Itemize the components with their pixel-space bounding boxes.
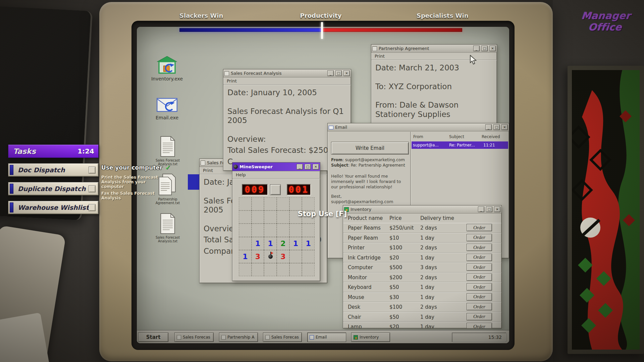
minimize-button[interactable]: _ [327, 70, 334, 76]
close-button[interactable]: ✕ [313, 164, 319, 170]
task-item-warehouse-wishlist[interactable]: Warehouse Wishlist [8, 201, 99, 214]
maximize-button[interactable]: □ [335, 70, 342, 76]
minesweeper-cell[interactable]: 1 [289, 237, 302, 250]
minesweeper-cell[interactable] [252, 263, 264, 276]
warehouse-icon [156, 55, 178, 74]
minesweeper-cell[interactable] [252, 197, 264, 210]
titlebar[interactable]: MineSweeper _ □ ✕ [232, 163, 320, 171]
minesweeper-cell[interactable]: 2 [277, 237, 289, 250]
taskbar-button-email[interactable]: Email [307, 333, 346, 342]
task-checkbox[interactable] [89, 185, 96, 192]
close-button[interactable]: ✕ [494, 206, 500, 212]
window-inventory[interactable]: Inventory _ □ ✕ Product name Price Deliv… [343, 205, 502, 328]
order-button[interactable]: Order [467, 293, 492, 301]
start-button[interactable]: Start [138, 333, 168, 342]
minesweeper-cell[interactable] [239, 197, 252, 210]
computer-screen[interactable]: Inventory.exe Email.exe Sales Forecast A… [137, 27, 509, 343]
task-checkbox[interactable] [89, 167, 96, 174]
document-icon [177, 335, 181, 340]
desktop-icon-sales-doc-2[interactable]: Sales Forecast Analysis.txt [150, 213, 186, 243]
order-button[interactable]: Order [467, 313, 492, 320]
minesweeper-cell[interactable] [302, 197, 315, 210]
maximize-button[interactable]: □ [481, 46, 488, 51]
write-email-button[interactable]: Write Email [331, 142, 409, 155]
minesweeper-cell[interactable] [239, 237, 252, 250]
minesweeper-cell[interactable] [252, 224, 264, 237]
order-button[interactable]: Order [467, 263, 492, 271]
minimize-button[interactable]: _ [478, 206, 484, 212]
minesweeper-cell[interactable] [239, 224, 252, 237]
minesweeper-cell[interactable] [239, 263, 252, 276]
maximize-button[interactable]: □ [486, 206, 492, 212]
minesweeper-cell[interactable] [289, 197, 302, 210]
minesweeper-cell[interactable] [252, 210, 264, 224]
minesweeper-cell[interactable] [277, 197, 289, 210]
task-checkbox[interactable] [89, 204, 96, 211]
inventory-row: Computer $500 3 days Order [343, 262, 501, 273]
minesweeper-cell[interactable] [277, 224, 289, 237]
minesweeper-cell[interactable]: 1 [264, 237, 277, 250]
close-button[interactable]: ✕ [343, 70, 350, 76]
order-button[interactable]: Order [467, 274, 492, 281]
order-button[interactable]: Order [467, 303, 492, 310]
print-menu[interactable]: Print [227, 78, 237, 83]
desktop-icon-email[interactable]: Email.exe [149, 97, 185, 120]
help-menu[interactable]: Help [236, 172, 246, 177]
minesweeper-cell[interactable] [302, 224, 315, 237]
print-menu[interactable]: Print [375, 54, 385, 59]
titlebar[interactable]: Email _ □ ✕ [328, 123, 509, 131]
minesweeper-cell[interactable] [289, 263, 302, 276]
maximize-button[interactable]: □ [493, 124, 500, 130]
minesweeper-cell[interactable] [277, 263, 289, 276]
minesweeper-cell[interactable]: 3 [277, 250, 289, 263]
minesweeper-cell[interactable] [264, 263, 277, 276]
taskbar-button-sales-1[interactable]: Sales Forecas [174, 333, 214, 342]
minesweeper-cell[interactable]: 1 [302, 237, 315, 250]
taskbar-button-sales-2[interactable]: Sales Forecas [263, 333, 302, 342]
order-button[interactable]: Order [467, 254, 492, 261]
minesweeper-cell[interactable] [264, 210, 277, 224]
titlebar[interactable]: Sales Forecast Analysis _ □ ✕ [223, 69, 351, 77]
order-button[interactable]: Order [467, 244, 492, 251]
mine-cell[interactable] [264, 250, 277, 263]
mouse-cursor [470, 55, 478, 66]
order-button[interactable]: Order [467, 323, 492, 328]
titlebar[interactable]: Inventory _ □ ✕ [343, 205, 501, 214]
minimize-button[interactable]: _ [473, 46, 480, 51]
minimize-button[interactable]: _ [485, 124, 492, 130]
order-button[interactable]: Order [467, 234, 492, 241]
taskbar-button-inventory[interactable]: Inventory [351, 333, 390, 342]
close-button[interactable]: ✕ [501, 124, 508, 130]
print-menu[interactable]: Print [203, 168, 213, 173]
minesweeper-cell[interactable]: 1 [239, 250, 252, 263]
order-button[interactable]: Order [467, 283, 492, 291]
minesweeper-cell[interactable] [277, 210, 289, 224]
task-item-doc-dispatch[interactable]: Doc Dispatch [8, 163, 99, 177]
email-subject-cell: Re: Partner... [449, 143, 475, 147]
task-color-stripe [10, 184, 13, 194]
order-button[interactable]: Order [467, 224, 492, 231]
face-button[interactable] [270, 184, 281, 195]
email-list-row-selected[interactable]: support@a... Re: Partner... 11:21 [412, 141, 508, 149]
desktop-icon-sales-doc[interactable]: Sales Forecast Analysis.txt [150, 136, 186, 166]
minesweeper-cell[interactable] [302, 250, 315, 263]
taskbar-button-partnership[interactable]: Partnership A [219, 333, 258, 342]
minesweeper-cell[interactable] [289, 250, 302, 263]
titlebar[interactable]: Partnership Agreement _ □ ✕ [371, 45, 497, 53]
document-body: Date: March 21, 2003 To: XYZ Corporation… [371, 60, 497, 124]
minesweeper-cell[interactable] [264, 197, 277, 210]
minesweeper-cell[interactable]: 1 [252, 237, 264, 250]
minesweeper-cell[interactable] [264, 224, 277, 237]
minesweeper-cell[interactable] [239, 210, 252, 224]
minimize-button[interactable]: _ [297, 164, 303, 170]
productivity-bar: Slackers Win Productivity Specialists Wi… [179, 12, 462, 42]
minesweeper-cell[interactable] [289, 224, 302, 237]
maximize-button[interactable]: □ [305, 164, 311, 170]
inventory-product-name: Keyboard [348, 284, 372, 290]
minesweeper-cell[interactable] [302, 263, 315, 276]
desktop-icon-inventory[interactable]: Inventory.exe [149, 55, 185, 81]
minesweeper-cell[interactable]: 3 [252, 250, 264, 263]
close-button[interactable]: ✕ [489, 46, 496, 51]
window-minesweeper[interactable]: MineSweeper _ □ ✕ Help 009 001 11211133 [232, 162, 320, 281]
task-item-duplicate-dispatch[interactable]: Duplicate Dispatch [8, 182, 99, 195]
